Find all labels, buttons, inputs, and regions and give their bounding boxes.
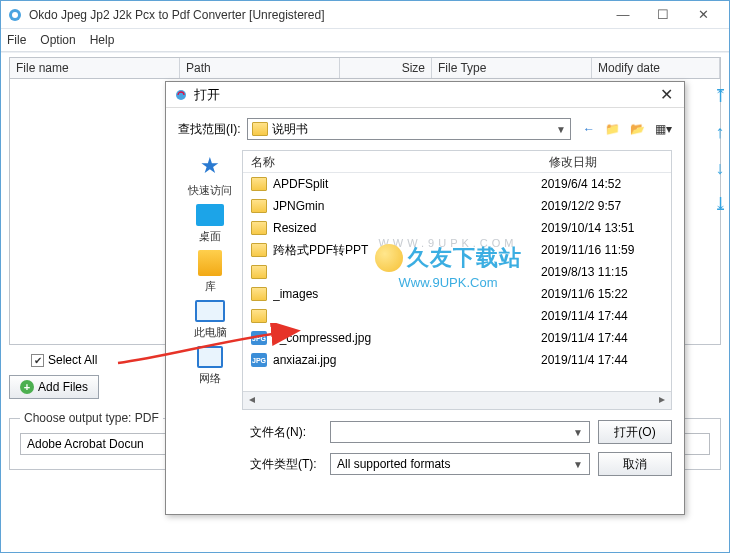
move-bottom-icon[interactable]: ⤓ — [709, 193, 730, 215]
col-filetype[interactable]: File Type — [432, 58, 592, 78]
file-row[interactable]: JPNGmin2019/12/2 9:57 — [243, 195, 671, 217]
place-quick-label: 快速访问 — [188, 183, 232, 198]
add-files-button[interactable]: + Add Files — [9, 375, 99, 399]
fh-name[interactable]: 名称 — [243, 151, 541, 172]
open-dialog: 打开 ✕ 查找范围(I): 说明书 ▼ ← 📁 📂 ▦▾ ★ 快速访问 — [165, 81, 685, 515]
place-desktop[interactable]: 桌面 — [181, 204, 239, 244]
file-pane-header: 名称 修改日期 — [243, 151, 671, 173]
column-header: File name Path Size File Type Modify dat… — [9, 57, 721, 79]
dialog-icon — [174, 88, 188, 102]
col-modify[interactable]: Modify date — [592, 58, 720, 78]
dialog-title: 打开 — [194, 86, 656, 104]
file-name: _images — [273, 287, 541, 301]
desktop-icon — [196, 204, 224, 226]
file-row[interactable]: JPGanxiazai.jpg2019/11/4 17:44 — [243, 349, 671, 371]
look-in-value: 说明书 — [272, 121, 308, 138]
chevron-down-icon: ▼ — [556, 124, 566, 135]
file-date: 2019/10/14 13:51 — [541, 221, 663, 235]
place-network[interactable]: 网络 — [181, 346, 239, 386]
back-icon[interactable]: ← — [583, 122, 595, 136]
close-button[interactable]: ✕ — [683, 2, 723, 28]
file-row[interactable]: 2019/8/13 11:15 — [243, 261, 671, 283]
menubar: File Option Help — [1, 29, 729, 51]
app-icon — [7, 7, 23, 23]
star-icon: ★ — [194, 152, 226, 180]
move-up-icon[interactable]: ↑ — [709, 121, 730, 143]
horizontal-scrollbar[interactable]: ◂ ▸ — [243, 391, 671, 409]
window-title: Okdo Jpeg Jp2 J2k Pcx to Pdf Converter [… — [29, 8, 603, 22]
folder-icon — [251, 199, 267, 213]
folder-icon — [251, 177, 267, 191]
select-all-checkbox[interactable]: ✔ Select All — [31, 353, 97, 367]
file-row[interactable]: 跨格式PDF转PPT2019/11/16 11:59 — [243, 239, 671, 261]
svg-point-1 — [12, 12, 18, 18]
file-name: APDFSplit — [273, 177, 541, 191]
checkbox-icon: ✔ — [31, 354, 44, 367]
side-arrows: ⤒ ↑ ↓ ⤓ — [709, 85, 730, 215]
place-desktop-label: 桌面 — [199, 229, 221, 244]
file-row[interactable]: APDFSplit2019/6/4 14:52 — [243, 173, 671, 195]
col-size[interactable]: Size — [340, 58, 432, 78]
filename-label: 文件名(N): — [250, 424, 322, 441]
folder-icon — [251, 221, 267, 235]
menu-file[interactable]: File — [7, 33, 26, 47]
fh-date[interactable]: 修改日期 — [541, 151, 671, 172]
file-name: JPNGmin — [273, 199, 541, 213]
scroll-right-icon[interactable]: ▸ — [653, 392, 671, 409]
file-row[interactable]: JPG1_compressed.jpg2019/11/4 17:44 — [243, 327, 671, 349]
file-name: anxiazai.jpg — [273, 353, 541, 367]
up-folder-icon[interactable]: 📁 — [605, 122, 620, 136]
output-legend: Choose output type: PDF — [20, 411, 163, 425]
dialog-close-icon[interactable]: ✕ — [656, 85, 676, 104]
move-down-icon[interactable]: ↓ — [709, 157, 730, 179]
network-icon — [197, 346, 223, 368]
look-in-combo[interactable]: 说明书 ▼ — [247, 118, 571, 140]
filetype-value: All supported formats — [337, 457, 450, 471]
filetype-label: 文件类型(T): — [250, 456, 322, 473]
file-date: 2019/11/4 17:44 — [541, 353, 663, 367]
view-menu-icon[interactable]: ▦▾ — [655, 122, 672, 136]
file-date: 2019/11/6 15:22 — [541, 287, 663, 301]
file-name: Resized — [273, 221, 541, 235]
titlebar: Okdo Jpeg Jp2 J2k Pcx to Pdf Converter [… — [1, 1, 729, 29]
file-list[interactable]: APDFSplit2019/6/4 14:52JPNGmin2019/12/2 … — [243, 173, 671, 391]
file-row[interactable]: _images2019/11/6 15:22 — [243, 283, 671, 305]
minimize-button[interactable]: — — [603, 2, 643, 28]
move-top-icon[interactable]: ⤒ — [709, 85, 730, 107]
look-in-label: 查找范围(I): — [178, 121, 241, 138]
col-filename[interactable]: File name — [10, 58, 180, 78]
file-name: 1_compressed.jpg — [273, 331, 541, 345]
new-folder-icon[interactable]: 📂 — [630, 122, 645, 136]
place-library[interactable]: 库 — [181, 250, 239, 294]
file-row[interactable]: 2019/11/4 17:44 — [243, 305, 671, 327]
menu-option[interactable]: Option — [40, 33, 75, 47]
open-button[interactable]: 打开(O) — [598, 420, 672, 444]
file-date: 2019/8/13 11:15 — [541, 265, 663, 279]
file-date: 2019/11/16 11:59 — [541, 243, 663, 257]
place-net-label: 网络 — [199, 371, 221, 386]
add-files-label: Add Files — [38, 380, 88, 394]
scroll-left-icon[interactable]: ◂ — [243, 392, 261, 409]
col-path[interactable]: Path — [180, 58, 340, 78]
jpg-icon: JPG — [251, 353, 267, 367]
folder-icon — [251, 309, 267, 323]
jpg-icon: JPG — [251, 331, 267, 345]
places-bar: ★ 快速访问 桌面 库 此电脑 网络 — [178, 150, 242, 410]
place-this-pc[interactable]: 此电脑 — [181, 300, 239, 340]
chevron-down-icon: ▼ — [573, 427, 583, 438]
file-pane: 名称 修改日期 APDFSplit2019/6/4 14:52JPNGmin20… — [242, 150, 672, 410]
menu-help[interactable]: Help — [90, 33, 115, 47]
filetype-combo[interactable]: All supported formats ▼ — [330, 453, 590, 475]
folder-icon — [251, 265, 267, 279]
maximize-button[interactable]: ☐ — [643, 2, 683, 28]
filename-combo[interactable]: ▼ — [330, 421, 590, 443]
chevron-down-icon: ▼ — [573, 459, 583, 470]
file-date: 2019/6/4 14:52 — [541, 177, 663, 191]
file-date: 2019/11/4 17:44 — [541, 309, 663, 323]
cancel-button[interactable]: 取消 — [598, 452, 672, 476]
select-all-label: Select All — [48, 353, 97, 367]
file-row[interactable]: Resized2019/10/14 13:51 — [243, 217, 671, 239]
file-date: 2019/12/2 9:57 — [541, 199, 663, 213]
place-lib-label: 库 — [205, 279, 216, 294]
place-quick-access[interactable]: ★ 快速访问 — [181, 152, 239, 198]
